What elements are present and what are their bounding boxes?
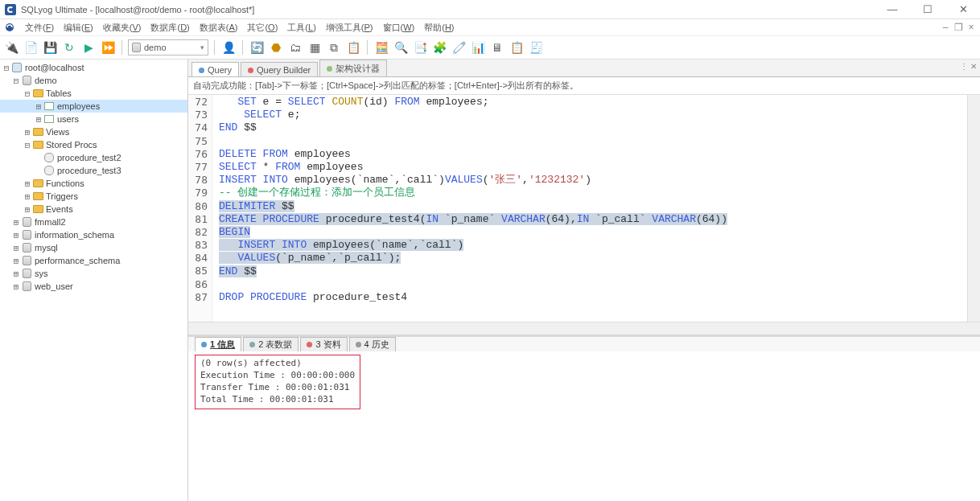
tool-icon[interactable]: 📊	[470, 39, 486, 55]
tree-database[interactable]: ⊞sys	[0, 267, 187, 280]
title-bar: SQLyog Ultimate - [localhost@root/demo -…	[0, 0, 980, 19]
code-area[interactable]: SET e = SELECT COUNT(id) FROM employees;…	[212, 95, 967, 322]
tree-database[interactable]: ⊞fmmall2	[0, 216, 187, 228]
menu-bar: 文件(F) 编辑(E) 收藏夹(V) 数据库(D) 数据表(A) 其它(O) 工…	[0, 19, 980, 35]
save-icon[interactable]: 💾	[42, 39, 58, 55]
app-small-icon	[4, 22, 15, 33]
tool-icon[interactable]: 🧩	[431, 39, 447, 55]
line-gutter: 72737475767778798081828384858687	[188, 95, 212, 322]
tool-icon[interactable]: ▦	[307, 39, 323, 55]
tree-procedure[interactable]: procedure_test3	[0, 164, 187, 177]
tree-database[interactable]: ⊟demo	[0, 74, 187, 87]
database-icon	[21, 269, 32, 278]
mdi-buttons: – ❐ ×	[940, 22, 977, 33]
mdi-minimize[interactable]: –	[940, 22, 951, 33]
vertical-scrollbar[interactable]	[967, 95, 980, 322]
tree-table[interactable]: ⊞employees	[0, 100, 187, 113]
tool-icon[interactable]: ⧉	[326, 39, 342, 55]
table-icon	[43, 114, 55, 124]
new-connection-icon[interactable]: 🔌	[3, 39, 19, 55]
menu-file[interactable]: 文件(F)	[20, 20, 59, 35]
close-button[interactable]: ✕	[951, 3, 975, 15]
folder-icon	[32, 204, 43, 214]
tree-tables-folder[interactable]: ⊟Tables	[0, 87, 187, 100]
tool-icon[interactable]: 📑	[412, 39, 428, 55]
separator	[242, 40, 243, 55]
result-tab-history[interactable]: 4 历史	[349, 337, 396, 351]
folder-icon	[32, 191, 43, 201]
tab-query-builder[interactable]: Query Builder	[241, 62, 318, 76]
result-tab-tabledata[interactable]: 2 表数据	[243, 337, 299, 351]
folder-icon	[32, 140, 43, 150]
data-icon	[249, 342, 255, 347]
result-pane: (0 row(s) affected) Execution Time : 00:…	[188, 351, 980, 501]
tree-events-folder[interactable]: ⊞Events	[0, 203, 187, 216]
database-icon	[21, 230, 32, 240]
tab-query[interactable]: Query	[191, 62, 239, 76]
tree-functions-folder[interactable]: ⊞Functions	[0, 177, 187, 190]
object-browser[interactable]: ⊟root@localhost ⊟demo ⊟Tables ⊞employees…	[0, 60, 188, 501]
query-icon	[199, 68, 204, 73]
procedure-icon	[43, 166, 55, 175]
tool-icon[interactable]: 🔄	[249, 39, 265, 55]
tree-views-folder[interactable]: ⊞Views	[0, 125, 187, 138]
menu-other[interactable]: 其它(O)	[242, 20, 282, 35]
tree-storedprocs-folder[interactable]: ⊟Stored Procs	[0, 138, 187, 151]
tree-database[interactable]: ⊞performance_schema	[0, 254, 187, 267]
menu-table[interactable]: 数据表(A)	[195, 20, 243, 35]
tool-icon[interactable]: 🧾	[528, 39, 544, 55]
database-selector[interactable]: demo ▾	[128, 39, 208, 55]
database-icon	[21, 243, 32, 253]
menu-tools[interactable]: 工具(L)	[282, 20, 320, 35]
database-icon	[21, 76, 32, 85]
menu-edit[interactable]: 编辑(E)	[59, 20, 98, 35]
tree-database[interactable]: ⊞web_user	[0, 280, 187, 293]
menu-favorites[interactable]: 收藏夹(V)	[98, 20, 146, 35]
menu-window[interactable]: 窗口(W)	[378, 20, 420, 35]
tool-icon[interactable]: 🧷	[451, 39, 467, 55]
tool-icon[interactable]: 📋	[509, 39, 525, 55]
tree-database[interactable]: ⊞information_schema	[0, 228, 187, 241]
result-tabstrip: 1 信息 2 表数据 3 资料 4 历史	[188, 337, 980, 351]
tree-table[interactable]: ⊞users	[0, 113, 187, 125]
tool-icon[interactable]: ⬣	[268, 39, 284, 55]
mdi-restore[interactable]: ❐	[953, 22, 964, 33]
database-selector-value: demo	[144, 43, 167, 52]
result-tab-profile[interactable]: 3 资料	[300, 337, 347, 351]
tool-icon[interactable]: 🧮	[373, 39, 389, 55]
tool-icon[interactable]: 🗂	[287, 39, 303, 55]
app-logo-icon	[5, 4, 16, 15]
menu-database[interactable]: 数据库(D)	[146, 20, 194, 35]
sql-editor[interactable]: 72737475767778798081828384858687 SET e =…	[188, 95, 980, 322]
tool-icon[interactable]: 📋	[345, 39, 361, 55]
new-query-icon[interactable]: 📄	[23, 39, 39, 55]
tree-triggers-folder[interactable]: ⊞Triggers	[0, 190, 187, 203]
tool-icon[interactable]: 🖥	[489, 39, 505, 55]
table-icon	[43, 101, 55, 111]
run-icon[interactable]: ▶	[80, 39, 97, 55]
separator	[214, 40, 215, 55]
autocomplete-hint: 自动完成功能：[Tab]->下一标签；[Ctrl+Space]->列出匹配的标签…	[188, 77, 980, 95]
tree-server[interactable]: ⊟root@localhost	[0, 61, 187, 74]
procedure-icon	[43, 153, 55, 162]
main-toolbar: 🔌 📄 💾 ↻ ▶ ⏩ demo ▾ 👤 🔄 ⬣ 🗂 ▦ ⧉ 📋 🧮 🔍 📑 🧩…	[0, 35, 980, 60]
menu-help[interactable]: 帮助(H)	[419, 20, 459, 35]
separator	[121, 40, 122, 55]
folder-icon	[32, 88, 43, 98]
tab-close-icon[interactable]: ⋮ ✕	[960, 62, 977, 71]
tree-database[interactable]: ⊞mysql	[0, 241, 187, 254]
run-all-icon[interactable]: ⏩	[100, 39, 116, 55]
tree-procedure[interactable]: procedure_test2	[0, 151, 187, 164]
tab-schema-designer[interactable]: 架构设计器	[319, 60, 387, 76]
user-icon[interactable]: 👤	[220, 39, 237, 55]
mdi-close[interactable]: ×	[966, 22, 977, 33]
result-tab-info[interactable]: 1 信息	[195, 337, 241, 351]
menu-powertools[interactable]: 增强工具(P)	[321, 20, 378, 35]
horizontal-scrollbar[interactable]	[188, 322, 980, 335]
profile-icon	[307, 342, 312, 347]
refresh-icon[interactable]: ↻	[61, 39, 77, 55]
maximize-button[interactable]: ☐	[916, 3, 940, 15]
minimize-button[interactable]: —	[880, 3, 904, 15]
tool-icon[interactable]: 🔍	[393, 39, 409, 55]
window-controls: — ☐ ✕	[880, 3, 975, 15]
